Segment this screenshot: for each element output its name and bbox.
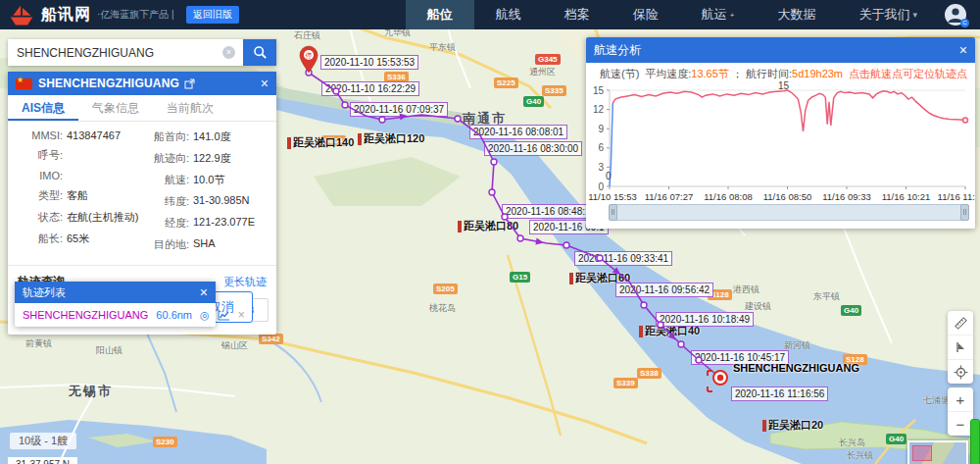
x-tick-label: 11/10 15:53 [588,191,636,202]
town-label: 阳山镇 [96,344,122,357]
nav-item-船位[interactable]: 船位 [406,0,474,29]
field-label: 目的地: [142,237,189,252]
speed-chart[interactable]: 1512963011/10 15:5311/16 07:2711/16 08:0… [586,37,975,204]
field-value: 141.0度 [193,129,231,144]
track-list-title: 轨迹列表 [23,285,66,300]
track-time-label[interactable]: 2020-11-16 08:30:00 [484,141,582,156]
track-time-label[interactable]: 2020-11-10 15:53:53 [320,55,418,70]
slider-handle-left[interactable] [609,204,617,221]
x-tick-label: 11/16 08:08 [704,191,752,202]
town-label: 长兴镇 [847,449,873,462]
tab-气象信息[interactable]: 气象信息 [78,95,153,121]
chart-range-slider[interactable] [610,204,968,221]
town-label: 七浦塘 [923,394,950,407]
zoom-in-button[interactable]: + [948,387,973,412]
field-value: SHA [193,237,216,252]
info-field: 目的地:SHA [142,237,272,252]
user-avatar[interactable]: C [945,4,966,26]
cursor-coordinates: 31-37.957 N [8,457,77,464]
distance-marker: 距吴淞口80 [458,219,518,233]
nav-item-大数据[interactable]: 大数据 [756,0,837,29]
track-time-label[interactable]: 2020-11-16 10:18:49 [656,312,754,327]
search-input[interactable] [8,39,243,66]
traffic-slider[interactable] [970,419,980,464]
stray-tick-label: 15 [778,80,789,91]
y-tick-label: 12 [593,104,605,115]
distance-marker-label: 距吴淞口120 [364,131,424,146]
track-time-label[interactable]: 2020-11-16 07:09:37 [350,102,448,117]
field-label: 船首向: [142,129,189,144]
field-value: 客船 [67,188,88,203]
longer-track-link[interactable]: 更长轨迹 [223,275,267,289]
tab-AIS信息[interactable]: AIS信息 [8,95,78,121]
marker-bar-icon [762,420,766,432]
field-label: 经度: [142,216,189,231]
road-badge: G15 [510,272,530,283]
ship-name-map-label: SHENCHENGZHIGUANG [733,362,859,374]
marker-bar-icon [639,326,643,337]
x-tick-label: 11/16 10:21 [882,191,930,202]
angle-tool-button[interactable] [948,335,973,360]
show-track-eye-icon[interactable]: ◎ [200,309,210,322]
info-field: 纬度:31-30.985N [142,194,272,209]
info-field: MMSI:413847467 [12,129,142,141]
distance-marker: 距吴淞口140 [287,135,354,150]
nav-item-关于我们[interactable]: 关于我们▾ [837,0,939,29]
road-badge: S338 [637,368,662,379]
town-label: 石庄镇 [294,29,320,42]
shipxy-app: 石庄镇九华镇平东镇通州区南通市桃花岛前黄镇阳山镇锡山区无锡市港西镇东平镇建设镇新… [0,0,980,464]
field-value: 65米 [67,232,89,246]
track-time-label[interactable]: 2020-11-16 11:16:56 [731,387,828,401]
ais-fields-right-column: 船首向:141.0度航迹向:122.9度航速:10.0节纬度:31-30.985… [142,129,272,259]
speed-chart-icon[interactable] [218,310,230,321]
slider-handle-right[interactable] [960,204,969,221]
town-label: 锡山区 [221,339,248,352]
measure-tool-button[interactable] [948,311,973,335]
last-point-marker [963,118,968,123]
road-badge: G345 [535,54,561,65]
ship-panel-header: ★ SHENCHENGZHIGUANG × [8,72,276,95]
overview-minimap[interactable] [907,440,968,464]
speed-panel-info-row: 航速(节) 平均速度:13.65节 ； 航行时间:5d19h23m 点击航速点可… [600,67,967,81]
y-tick-label: 15 [593,85,605,96]
old-version-button[interactable]: 返回旧版 [186,6,239,24]
remove-track-icon[interactable]: × [238,308,245,322]
top-nav: 船讯网 ·亿海蓝旗下产品 | 返回旧版 船位航线档案保险航运+大数据关于我们▾ … [0,0,980,29]
marker-bar-icon [458,221,462,232]
clear-search-icon[interactable]: × [222,46,235,59]
track-ship-name[interactable]: SHENCHENGZHIGUANG [23,309,148,321]
close-icon[interactable]: × [200,284,208,300]
road-badge: G40 [523,96,544,107]
info-field: 航速:10.0节 [142,173,272,187]
nav-item-保险[interactable]: 保险 [612,0,680,29]
ship-search-bar: × [8,39,276,66]
field-label: MMSI: [12,129,63,141]
nav-item-航运[interactable]: 航运+ [680,0,757,29]
track-time-label[interactable]: 2020-11-16 09:33:41 [574,251,672,266]
field-value: 10.0节 [193,173,224,187]
nav-item-档案[interactable]: 档案 [543,0,612,29]
field-value: 121-23.077E [193,216,255,231]
locate-button[interactable] [948,360,973,384]
track-time-label[interactable]: 2020-11-16 09:56:42 [615,283,713,297]
nav-item-航线[interactable]: 航线 [474,0,543,29]
track-list-header: 轨迹列表 × [15,282,216,303]
info-field: 航迹向:122.9度 [142,151,272,166]
track-list-popup: 轨迹列表 × SHENCHENGZHIGUANG 60.6nm ◎ × [15,282,216,327]
tab-当前航次[interactable]: 当前航次 [153,95,227,121]
track-time-label[interactable]: 2020-11-16 08:08:01 [469,125,567,139]
road-badge: S342 [259,334,283,344]
track-time-label[interactable]: 2020-11-10 16:22:29 [321,81,419,96]
close-icon[interactable]: × [261,76,269,91]
road-badge: S339 [613,378,638,388]
field-label: 类型: [12,188,63,203]
field-value: 31-30.985N [193,194,250,209]
y-tick-label: 9 [598,124,604,134]
target-icon [954,365,968,380]
stat-separator: ； [732,68,743,79]
info-field: 呼号: [12,148,142,163]
external-link-icon[interactable] [184,78,195,89]
search-button[interactable] [243,39,276,66]
flag-star: ★ [17,76,24,84]
boat-logo-icon [8,2,35,27]
